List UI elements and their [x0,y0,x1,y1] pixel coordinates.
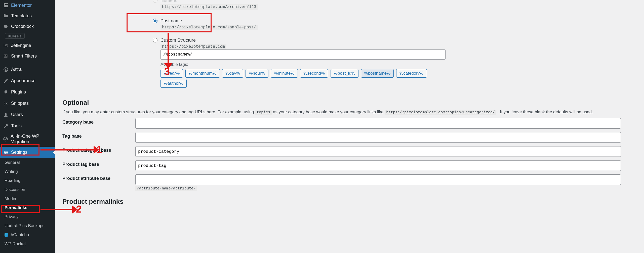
custom-radio[interactable] [153,38,157,42]
input-product-category-base[interactable] [135,146,621,157]
sidebar-label: Smart Filters [11,54,37,59]
row-category-base: Category base [62,118,636,129]
sidebar-item-astra[interactable]: Astra [0,64,55,75]
sidebar-item-snippets[interactable]: Snippets [0,98,55,109]
row-tag-base: Tag base [62,132,636,143]
submenu-label: hCaptcha [11,232,29,237]
submenu-general[interactable]: General [0,158,55,167]
svg-point-14 [4,151,5,152]
admin-sidebar: Elementor Templates Crocoblock PLUGINS J… [0,0,55,253]
numeric-label: Numeric [160,0,258,3]
crocoblock-icon [3,24,9,29]
tag-postname[interactable]: %postname% [361,69,394,78]
input-category-base[interactable] [135,118,621,129]
label-tag-base: Tag base [62,132,135,139]
svg-point-16 [5,153,6,154]
desc-part: . If you leave these blank the defaults … [498,110,593,114]
custom-prefix: https://pixelotemplate.com [160,44,226,49]
sidebar-item-smartfilters[interactable]: JE Smart Filters [0,51,55,61]
desc-code: topics [255,110,272,115]
sidebar-label: Elementor [11,3,32,8]
numeric-url: https://pixelotemplate.com/archives/123 [160,4,258,10]
elementor-icon [3,3,9,8]
sidebar-label: Settings [11,150,27,155]
custom-label: Custom Structure [160,38,450,43]
svg-rect-3 [5,6,8,7]
sidebar-separator-plugins: PLUGINS [5,33,25,39]
permalink-option-postname: Post name https://pixelotemplate.com/sam… [153,16,636,32]
optional-description: If you like, you may enter custom struct… [62,110,636,115]
input-product-tag-base[interactable] [135,160,621,171]
users-icon [3,112,9,118]
sidebar-item-settings[interactable]: Settings [0,147,55,158]
sidebar-item-plugins[interactable]: Plugins [0,86,55,98]
desc-part: as your category base would make your ca… [273,110,385,114]
scissors-icon [3,101,9,106]
folder-icon [3,13,9,19]
sidebar-item-elementor[interactable]: Elementor [0,0,55,11]
submenu-writing[interactable]: Writing [0,167,55,176]
label-product-attribute-base: Product attribute base [62,174,135,181]
tag-day[interactable]: %day% [222,69,243,78]
sidebar-label: Crocoblock [11,24,34,29]
label-product-tag-base: Product tag base [62,160,135,167]
sidebar-item-aiowpm[interactable]: All-in-One WP Migration [0,132,55,147]
postname-radio[interactable] [153,19,157,23]
sidebar-label: All-in-One WP Migration [11,134,52,144]
jetengine-icon: JE [3,43,9,48]
row-product-attribute-base: Product attribute base /attribute-name/a… [62,174,636,191]
numeric-radio[interactable] [153,0,157,3]
svg-point-9 [5,113,7,115]
optional-heading: Optional [62,99,636,107]
hint-product-attribute-base: /attribute-name/attribute/ [135,186,197,191]
smartfilters-icon: JE [3,53,9,59]
sidebar-label: Appearance [11,78,35,83]
tag-monthnum[interactable]: %monthnum% [185,69,220,78]
brush-icon [3,78,9,84]
submenu-privacy[interactable]: Privacy [0,212,55,221]
sidebar-item-jetengine[interactable]: JE JetEngine [0,40,55,51]
desc-code: https://pixelotemplate.com/topics/uncate… [385,110,496,115]
sidebar-label: Users [11,112,23,117]
submenu-hcaptcha[interactable]: hCaptcha [0,230,55,239]
svg-point-4 [4,25,8,28]
available-tags-label: Available tags: [160,62,450,67]
settings-submenu: General Writing Reading Discussion Media… [0,158,55,248]
custom-structure-input[interactable] [160,49,446,60]
sidebar-item-users[interactable]: Users [0,109,55,120]
submenu-reading[interactable]: Reading [0,176,55,185]
tag-hour[interactable]: %hour% [246,69,268,78]
sidebar-item-appearance[interactable]: Appearance [0,75,55,86]
input-product-attribute-base[interactable] [135,174,621,185]
submenu-permalinks[interactable]: Permalinks [0,203,55,212]
postname-label: Post name [160,18,258,24]
permalink-option-numeric: Numeric https://pixelotemplate.com/archi… [153,0,636,12]
label-product-category-base: Product category base [62,146,135,153]
svg-point-15 [6,152,7,153]
sidebar-item-tools[interactable]: Tools [0,120,55,132]
svg-rect-2 [5,5,8,6]
svg-marker-6 [5,68,7,71]
tag-year[interactable]: %year% [160,69,183,78]
tag-author[interactable]: %author% [160,79,187,88]
desc-part: If you like, you may enter custom struct… [62,110,255,114]
svg-point-7 [4,102,5,103]
submenu-media[interactable]: Media [0,194,55,203]
tag-postid[interactable]: %post_id% [331,69,358,78]
input-tag-base[interactable] [135,132,621,143]
row-product-category-base: Product category base [62,146,636,157]
submenu-updraft[interactable]: UpdraftPlus Backups [0,221,55,230]
tag-second[interactable]: %second% [300,69,328,78]
sidebar-item-crocoblock[interactable]: Crocoblock [0,21,55,32]
submenu-wprocket[interactable]: WP Rocket [0,239,55,248]
sidebar-label: Templates [11,13,32,19]
sidebar-item-templates[interactable]: Templates [0,11,55,21]
tag-buttons-row: %year% %monthnum% %day% %hour% %minute% … [160,69,450,89]
migration-icon [3,136,8,142]
label-category-base: Category base [62,118,135,125]
submenu-discussion[interactable]: Discussion [0,185,55,194]
tag-minute[interactable]: %minute% [271,69,298,78]
svg-rect-0 [4,3,5,7]
sidebar-label: JetEngine [11,43,31,48]
tag-category[interactable]: %category% [396,69,427,78]
